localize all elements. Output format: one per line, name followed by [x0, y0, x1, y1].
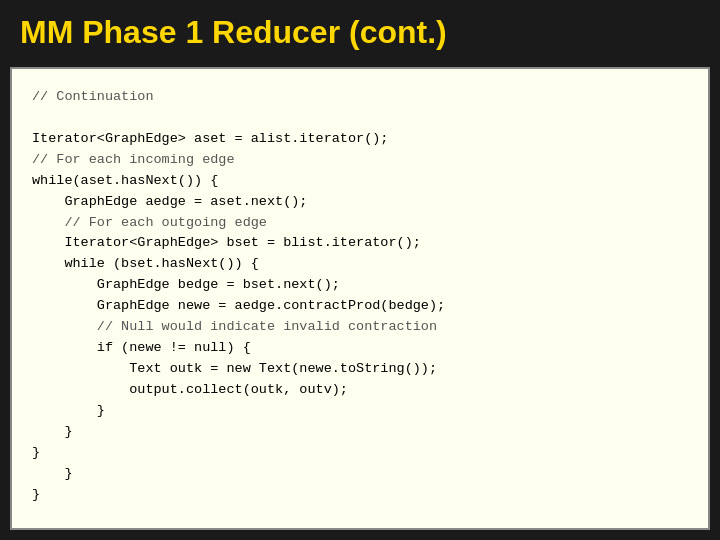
slide: MM Phase 1 Reducer (cont.) // Continuati…	[0, 0, 720, 540]
code-line: }	[32, 424, 73, 439]
code-line: }	[32, 487, 40, 502]
code-line: while(aset.hasNext()) {	[32, 173, 218, 188]
code-line: Iterator<GraphEdge> aset = alist.iterato…	[32, 131, 388, 146]
code-line: // For each outgoing edge	[32, 215, 267, 230]
code-line: while (bset.hasNext()) {	[32, 256, 259, 271]
code-line: // For each incoming edge	[32, 152, 235, 167]
code-line: }	[32, 466, 73, 481]
code-line: }	[32, 403, 105, 418]
code-line: GraphEdge aedge = aset.next();	[32, 194, 307, 209]
code-line: GraphEdge newe = aedge.contractProd(bedg…	[32, 298, 445, 313]
code-line: output.collect(outk, outv);	[32, 382, 348, 397]
code-line: Iterator<GraphEdge> bset = blist.iterato…	[32, 235, 421, 250]
code-line: if (newe != null) {	[32, 340, 251, 355]
code-line: // Continuation	[32, 89, 154, 104]
code-block: // Continuation Iterator<GraphEdge> aset…	[32, 87, 688, 505]
code-line: // Null would indicate invalid contracti…	[32, 319, 437, 334]
slide-title: MM Phase 1 Reducer (cont.)	[20, 14, 447, 50]
title-bar: MM Phase 1 Reducer (cont.)	[0, 0, 720, 63]
code-line: }	[32, 445, 40, 460]
content-area: // Continuation Iterator<GraphEdge> aset…	[10, 67, 710, 530]
code-line: GraphEdge bedge = bset.next();	[32, 277, 340, 292]
code-line: Text outk = new Text(newe.toString());	[32, 361, 437, 376]
